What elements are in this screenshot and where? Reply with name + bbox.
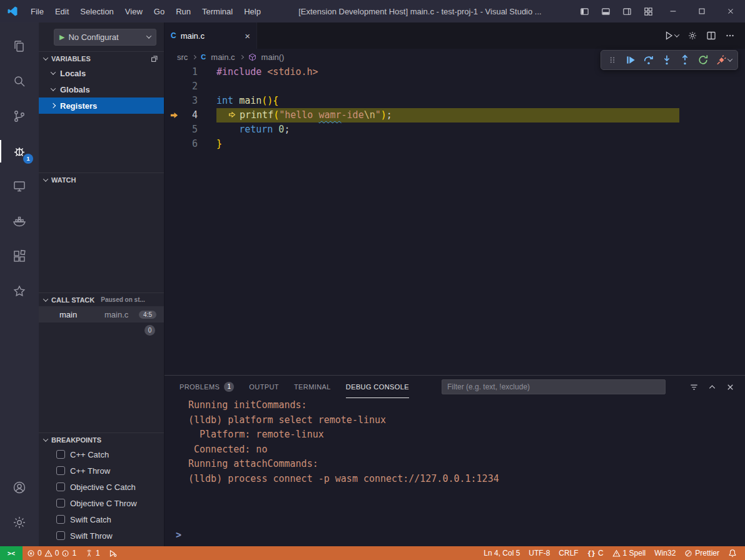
breakpoint-checkbox[interactable] [56,531,65,540]
toggle-secondary-sidebar-icon[interactable] [616,0,637,22]
toggle-sidebar-icon[interactable] [574,0,595,22]
breakpoint-row[interactable]: C++ Throw [39,462,164,479]
console-input-prompt[interactable]: > [176,528,181,543]
collapse-all-icon[interactable] [150,54,159,63]
toggle-panel-icon[interactable] [595,0,616,22]
menu-go[interactable]: Go [148,0,170,22]
menu-view[interactable]: View [119,0,148,22]
tab-problems[interactable]: PROBLEMS 1 [180,376,234,398]
menu-file[interactable]: File [25,0,49,22]
editor-settings-gear-icon[interactable] [687,31,697,41]
language-mode-status[interactable]: {} C [583,546,608,560]
variables-globals-row[interactable]: Globals [39,81,164,98]
console-lines-icon[interactable] [689,382,699,392]
tab-main-c[interactable]: C main.c × [165,22,257,49]
debug-current-line-arrow-icon[interactable] [170,111,179,120]
code-line-6[interactable]: 6 } [165,137,745,151]
platform-status[interactable]: Win32 [650,546,680,560]
search-icon[interactable] [0,64,39,99]
breadcrumb-symbol[interactable]: main() [261,52,285,62]
spell-checker-status[interactable]: 1 Spell [608,546,651,560]
frame-position-badge: 4:5 [139,311,156,319]
watch-header[interactable]: WATCH [39,172,164,186]
debug-console-output[interactable]: Running initCommands: (lldb) platform se… [165,398,745,546]
close-window-button[interactable] [716,0,745,22]
variables-registers-row[interactable]: Registers [39,98,164,114]
breakpoint-checkbox[interactable] [56,466,65,475]
run-file-button[interactable] [664,31,679,41]
breadcrumb-folder[interactable]: src [177,52,188,62]
ports-status[interactable]: 1 [81,546,104,560]
stack-frame-row[interactable]: main main.c 4:5 [39,306,164,322]
extensions-icon[interactable] [0,239,39,274]
close-panel-icon[interactable] [726,382,735,392]
breakpoint-row[interactable]: Swift Catch [39,511,164,528]
remote-explorer-icon[interactable] [0,169,39,204]
docker-icon[interactable] [0,204,39,239]
toolbar-drag-grip-icon[interactable] [604,52,621,68]
formatter-status[interactable]: Prettier [680,546,724,560]
menu-run[interactable]: Run [170,0,196,22]
debug-config-dropdown[interactable]: ▶ No Configurat [54,29,156,46]
breakpoint-row[interactable]: Objective C Catch [39,479,164,495]
breakpoint-checkbox[interactable] [56,482,65,491]
breakpoint-checkbox[interactable] [56,499,65,508]
call-stack-header[interactable]: CALL STACK Paused on st... [39,292,164,306]
cursor-position-status[interactable]: Ln 4, Col 5 [479,546,524,560]
step-out-button[interactable] [677,52,693,68]
menu-help[interactable]: Help [238,0,266,22]
breakpoints-header[interactable]: BREAKPOINTS [39,432,164,446]
vscode-logo-icon [0,6,25,17]
explorer-icon[interactable] [0,29,39,64]
tab-debug-console[interactable]: DEBUG CONSOLE [346,376,409,398]
variables-header[interactable]: VARIABLES [39,51,164,65]
favorites-star-icon[interactable] [0,274,39,309]
encoding-status[interactable]: UTF-8 [524,546,554,560]
maximize-panel-icon[interactable] [707,382,717,392]
console-line: (lldb) platform select remote-linux [165,413,745,428]
breakpoint-row[interactable]: Objective C Throw [39,495,164,511]
console-filter-input[interactable] [442,379,666,394]
step-into-button[interactable] [659,52,675,68]
errors-warnings-status[interactable]: 0 0 1 [23,546,81,560]
code-editor[interactable]: 1 #include <stdio.h> 2 3 int main(){ 4 p [165,65,745,375]
breadcrumb-file[interactable]: main.c [211,52,235,62]
split-editor-icon[interactable] [706,31,716,41]
breakpoint-label: Swift Throw [70,531,113,541]
customize-layout-icon[interactable] [637,0,659,22]
run-and-debug-icon[interactable]: 1 [0,134,39,169]
breakpoint-row[interactable]: C++ Catch [39,446,164,462]
info-count: 1 [72,549,76,558]
code-line-3[interactable]: 3 int main(){ [165,94,745,108]
code-line-4-current[interactable]: 4 printf("hello wamr-ide\n"); [165,108,745,122]
settings-gear-icon[interactable] [0,505,39,540]
source-control-icon[interactable] [0,99,39,134]
breakpoint-checkbox[interactable] [56,515,65,524]
tab-output[interactable]: OUTPUT [249,376,279,398]
menu-terminal[interactable]: Terminal [196,0,238,22]
eol-status[interactable]: CRLF [554,546,582,560]
restart-button[interactable] [695,52,711,68]
minimize-button[interactable] [659,0,687,22]
more-actions-icon[interactable] [725,31,735,41]
notifications-bell-icon[interactable] [724,546,741,560]
thread-row[interactable]: 0 [39,322,164,338]
maximize-button[interactable] [687,0,716,22]
breakpoint-row[interactable]: Swift Throw [39,528,164,544]
disconnect-button[interactable] [713,52,734,68]
tab-terminal[interactable]: TERMINAL [294,376,331,398]
debug-alt-icon [109,549,117,558]
code-line-2[interactable]: 2 [165,79,745,94]
remote-indicator[interactable]: >< [0,546,23,560]
code-line-5[interactable]: 5 return 0; [165,122,745,137]
step-over-button[interactable] [641,52,657,68]
variables-locals-row[interactable]: Locals [39,65,164,81]
continue-button[interactable] [622,52,639,68]
accounts-icon[interactable] [0,470,39,505]
close-tab-icon[interactable]: × [245,31,250,41]
debug-status[interactable] [104,546,121,560]
menu-edit[interactable]: Edit [49,0,74,22]
start-debug-icon[interactable]: ▶ [59,33,64,41]
breakpoint-checkbox[interactable] [56,450,65,459]
menu-selection[interactable]: Selection [74,0,119,22]
